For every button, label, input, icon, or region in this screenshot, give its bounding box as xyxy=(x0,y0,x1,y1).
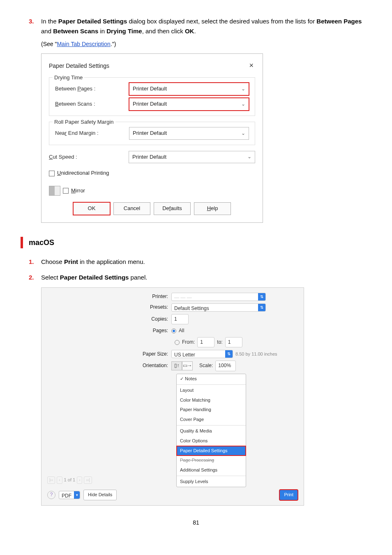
last-page-button[interactable]: ››| xyxy=(84,476,92,484)
pages-range-radio[interactable] xyxy=(175,340,180,345)
t: irror xyxy=(76,187,85,194)
mirror-label: Mirror xyxy=(71,187,85,195)
copies-input[interactable]: 1 xyxy=(171,314,189,324)
drying-time-group: Drying Time Between Pages : Printer Defa… xyxy=(49,77,255,116)
panel-option-color-options[interactable]: Color Options xyxy=(177,436,246,446)
b: Print xyxy=(64,258,78,265)
b: OK xyxy=(185,28,194,35)
t: dialog box displayed next, select the de… xyxy=(127,18,316,25)
step-2-mac: 2. Select Paper Detailed Settings panel. xyxy=(29,273,363,282)
t: aults xyxy=(171,205,182,211)
panel-option-page-processing[interactable]: Page Processing xyxy=(177,456,246,465)
chevron-down-icon: ⌄ xyxy=(247,153,251,161)
between-scans-label: Between Scans : xyxy=(55,100,129,109)
paper-dimensions: 8.50 by 11.00 inches xyxy=(235,351,277,358)
panel-option-additional-settings[interactable]: Additional Settings xyxy=(177,465,246,475)
printer-select[interactable]: — — — ⇅ xyxy=(171,293,266,301)
b: Paper Detailed Settings xyxy=(58,18,127,25)
unidirectional-checkbox[interactable] xyxy=(49,171,55,176)
step-1-mac: 1. Choose Print in the application menu. xyxy=(29,257,363,267)
t: and xyxy=(41,28,53,35)
panel-option-supply-levels[interactable]: Supply Levels xyxy=(177,477,246,487)
hide-details-button[interactable]: Hide Details xyxy=(83,490,117,500)
paper-detailed-settings-dialog: Paper Detailed Settings × Drying Time Be… xyxy=(41,53,263,223)
main-tab-description-link[interactable]: Main Tab Description xyxy=(57,41,110,47)
help-icon[interactable]: ? xyxy=(47,491,55,499)
macos-heading: macOS xyxy=(29,237,54,249)
pdf-label: PDF xyxy=(59,491,74,499)
panel-option-notes[interactable]: Notes xyxy=(177,374,246,384)
see-note: (See "Main Tab Description.") xyxy=(41,39,363,49)
print-button[interactable]: Print xyxy=(279,490,298,500)
between-scans-value: Printer Default xyxy=(133,100,167,109)
step-2-number: 2. xyxy=(29,273,41,282)
chevron-down-icon: ▾ xyxy=(74,491,80,499)
u: M xyxy=(71,187,76,194)
pages-all-label: All xyxy=(179,327,184,335)
page-number: 81 xyxy=(29,518,363,527)
pdf-button[interactable]: PDF ▾ xyxy=(59,491,80,499)
mac-print-dialog: |‹‹ ‹ 1 of 1 › ››| Printer: — — — ⇅ Pres… xyxy=(41,287,304,506)
panel-option-color-matching[interactable]: Color Matching xyxy=(177,395,246,405)
between-pages-value: Printer Default xyxy=(133,85,167,93)
page-nav: |‹‹ ‹ 1 of 1 › ››| xyxy=(47,476,129,484)
t: etween Scans : xyxy=(59,101,95,107)
cut-speed-select[interactable]: Printer Default ⌄ xyxy=(129,151,255,164)
panel-option-paper-handling[interactable]: Paper Handling xyxy=(177,405,246,415)
from-label: From: xyxy=(182,338,195,346)
t: panel. xyxy=(129,274,147,281)
dialog-title: Paper Detailed Settings xyxy=(49,61,247,70)
u: C xyxy=(49,154,53,160)
panel-option-layout[interactable]: Layout xyxy=(177,386,246,395)
t: nidirectional Printing xyxy=(61,170,109,176)
t: . xyxy=(194,28,196,35)
macos-heading-row: macOS xyxy=(21,237,363,249)
ok-button[interactable]: OK xyxy=(73,202,110,215)
paper-size-select[interactable]: US Letter ⇅ xyxy=(171,350,233,358)
panel-option-cover-page[interactable]: Cover Page xyxy=(177,415,246,425)
next-page-button[interactable]: › xyxy=(77,476,82,484)
see-pre: (See " xyxy=(41,41,57,47)
defaults-button[interactable]: Defaults xyxy=(154,202,191,215)
to-input[interactable]: 1 xyxy=(225,337,242,347)
prev-page-button[interactable]: ‹ xyxy=(57,476,62,484)
t: In the xyxy=(41,18,58,25)
step-3: 3. In the Paper Detailed Settings dialog… xyxy=(29,16,363,36)
print-preview-pane: |‹‹ ‹ 1 of 1 › ››| xyxy=(47,293,129,487)
panel-option-quality-media[interactable]: Quality & Media xyxy=(177,426,246,436)
chevron-down-icon: ⌄ xyxy=(241,85,245,93)
panel-option-paper-detailed-settings[interactable]: Paper Detailed Settings xyxy=(177,446,246,456)
between-pages-select[interactable]: Printer Default ⌄ xyxy=(129,83,249,95)
cut-speed-value: Printer Default xyxy=(132,153,166,162)
printer-value: — — — xyxy=(172,293,258,301)
step-3-number: 3. xyxy=(29,16,41,36)
presets-select[interactable]: Default Settings ⇅ xyxy=(171,303,266,312)
u: U xyxy=(57,170,61,176)
first-page-button[interactable]: |‹‹ xyxy=(47,476,55,484)
orientation-landscape-button[interactable]: ▭→ xyxy=(182,361,193,370)
t: ut Speed : xyxy=(53,154,77,160)
chevron-up-down-icon: ⇅ xyxy=(258,293,265,301)
roll-paper-safety-margin-group: Roll Paper Safety Margin Near End Margin… xyxy=(49,122,255,145)
scale-input[interactable]: 100% xyxy=(215,361,236,371)
t: Select xyxy=(41,274,60,281)
pages-all-radio[interactable] xyxy=(171,328,176,333)
presets-value: Default Settings xyxy=(172,304,258,311)
pages-label: Pages: xyxy=(135,327,171,335)
cancel-button[interactable]: Cancel xyxy=(113,202,150,215)
from-input[interactable]: 1 xyxy=(197,337,214,347)
close-icon[interactable]: × xyxy=(247,60,255,72)
t: , and then click xyxy=(142,28,185,35)
between-scans-select[interactable]: Printer Default ⌄ xyxy=(129,98,249,111)
mirror-checkbox[interactable] xyxy=(63,188,69,194)
b: Between Scans xyxy=(53,28,98,35)
orientation-label: Orientation: xyxy=(135,362,171,370)
near-end-margin-select[interactable]: Printer Default ⌄ xyxy=(129,127,249,140)
t: elp xyxy=(211,205,218,211)
unidirectional-label: Unidirectional Printing xyxy=(57,169,109,178)
help-button[interactable]: Help xyxy=(194,202,231,215)
t: in xyxy=(98,28,106,35)
b: Paper Detailed Settings xyxy=(60,274,129,281)
orientation-portrait-button[interactable]: ▯↑ xyxy=(171,361,182,370)
step-3-text: In the Paper Detailed Settings dialog bo… xyxy=(41,16,363,36)
